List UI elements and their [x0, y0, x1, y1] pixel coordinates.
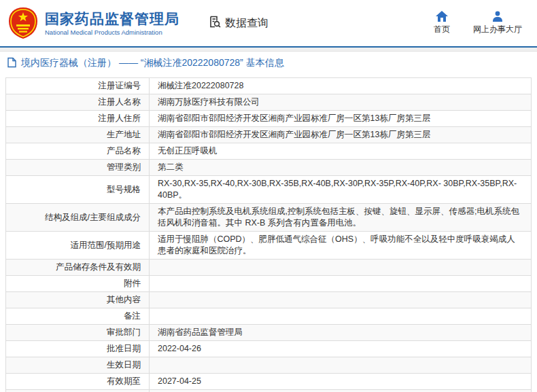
breadcrumb-text: 境内医疗器械（注册） —— “湘械注准20222080728” 基本信息: [21, 57, 284, 69]
table-row: 结构及组成/主要组成成分本产品由控制系统及电机系统组成,控制系统包括主板、按键、…: [6, 204, 532, 232]
table-row: 产品名称无创正压呼吸机: [6, 143, 532, 160]
nav-online-hall[interactable]: 网上办事大厅: [473, 11, 522, 35]
row-value: [150, 308, 532, 325]
row-value: 湖南省邵阳市邵阳经济开发区湘商产业园标准厂房一区第13栋厂房第三层: [150, 111, 532, 127]
breadcrumb: 境内医疗器械（注册） —— “湘械注准20222080728” 基本信息: [0, 52, 537, 75]
row-label: 注册人名称: [6, 94, 150, 111]
row-label: 有效期至: [6, 374, 150, 390]
info-table: 注册证编号湘械注准20222080728 注册人名称湖南万脉医疗科技有限公司 注…: [5, 77, 532, 392]
nav-home-label: 首页: [434, 24, 450, 35]
row-value: [150, 357, 532, 374]
row-label: 附件: [6, 276, 150, 292]
site-header: 国家药品监督管理局 National Medical Products Admi…: [0, 0, 537, 46]
row-value: 本产品由控制系统及电机系统组成,控制系统包括主板、按键、旋钮、显示屏、传感器;电…: [150, 204, 532, 232]
brand-text: 国家药品监督管理局 National Medical Products Admi…: [45, 11, 179, 36]
row-label: 批准日期: [6, 341, 150, 357]
row-value: 适用于慢阻肺（COPD）、肥胖低通气综合征（OHS）、呼吸功能不全以及轻中度呼吸…: [150, 232, 532, 260]
row-value: RX-30,RX-35,RX-40,RX-30B,RX-35B,RX-40B,R…: [150, 176, 532, 204]
table-row: 备注: [6, 308, 532, 325]
data-query-label: 数据查询: [225, 16, 268, 31]
table-row: 附件: [6, 276, 532, 292]
row-label: 生效日期: [6, 357, 150, 374]
row-label: 型号规格: [6, 176, 150, 204]
table-row: 注册人住所湖南省邵阳市邵阳经济开发区湘商产业园标准厂房一区第13栋厂房第三层: [6, 111, 532, 127]
data-query-icon: [208, 15, 222, 31]
row-label: 注册人住所: [6, 111, 150, 127]
table-row: 生产地址湖南省邵阳市邵阳经济开发区湘商产业园标准厂房一区第13栋厂房第三层: [6, 127, 532, 143]
site-subtitle: National Medical Products Administration: [45, 29, 179, 36]
top-nav: 首页 网上办事大厅: [434, 11, 522, 35]
table-row: 产品储存条件及有效期: [6, 260, 532, 276]
table-row: 适用范围/预期用途适用于慢阻肺（COPD）、肥胖低通气综合征（OHS）、呼吸功能…: [6, 232, 532, 260]
row-label: 审批部门: [6, 325, 150, 341]
row-label: 产品名称: [6, 143, 150, 160]
site-title: 国家药品监督管理局: [45, 11, 179, 27]
row-label: 变更情况: [6, 390, 150, 392]
table-row: 生效日期: [6, 357, 532, 374]
row-label: 管理类别: [6, 160, 150, 176]
table-row: 其他内容: [6, 292, 532, 308]
row-value: 湘械注准20222080728: [150, 78, 532, 94]
home-icon: [436, 11, 448, 22]
national-emblem-logo: [7, 7, 39, 39]
table-row: 型号规格RX-30,RX-35,RX-40,RX-30B,RX-35B,RX-4…: [6, 176, 532, 204]
nav-home[interactable]: 首页: [434, 11, 450, 35]
row-value: [150, 276, 532, 292]
row-label: 适用范围/预期用途: [6, 232, 150, 260]
row-label: 注册证编号: [6, 78, 150, 94]
table-row: 审批部门湖南省药品监督管理局: [6, 325, 532, 341]
row-label: 产品储存条件及有效期: [6, 260, 150, 276]
table-row: 批准日期2022-04-26: [6, 341, 532, 357]
data-query-section[interactable]: 数据查询: [208, 15, 268, 31]
user-icon: [492, 11, 503, 22]
row-label: 生产地址: [6, 127, 150, 143]
row-value: 2027-04-25: [150, 374, 532, 390]
row-value: 2022-04-26: [150, 341, 532, 357]
row-label: 结构及组成/主要组成成分: [6, 204, 150, 232]
row-label: 其他内容: [6, 292, 150, 308]
row-value: [150, 390, 532, 392]
brand: 国家药品监督管理局 National Medical Products Admi…: [7, 7, 179, 39]
row-value: 无创正压呼吸机: [150, 143, 532, 160]
row-label: 备注: [6, 308, 150, 325]
nav-online-hall-label: 网上办事大厅: [473, 24, 522, 35]
table-row: 注册人名称湖南万脉医疗科技有限公司: [6, 94, 532, 111]
table-row: 有效期至2027-04-25: [6, 374, 532, 390]
table-row: 管理类别第二类: [6, 160, 532, 176]
row-value: 湖南省邵阳市邵阳经济开发区湘商产业园标准厂房一区第13栋厂房第三层: [150, 127, 532, 143]
row-value: 湖南万脉医疗科技有限公司: [150, 94, 532, 111]
row-value: 湖南省药品监督管理局: [150, 325, 532, 341]
table-row: 变更情况: [6, 390, 532, 392]
row-value: 第二类: [150, 160, 532, 176]
row-value: [150, 260, 532, 276]
row-value: [150, 292, 532, 308]
document-icon: [7, 57, 17, 70]
table-row: 注册证编号湘械注准20222080728: [6, 78, 532, 94]
